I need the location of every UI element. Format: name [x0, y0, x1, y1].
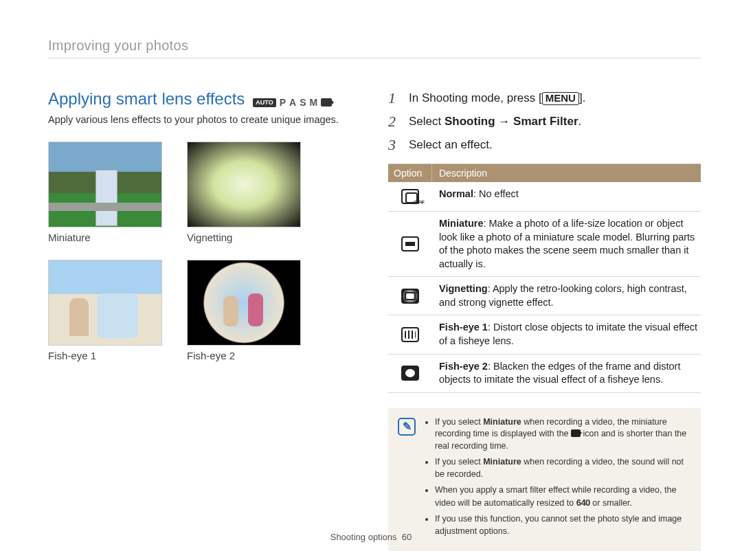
step-3: 3 Select an effect.	[388, 136, 701, 154]
note-item: When you apply a smart filter effect whi…	[435, 484, 691, 509]
options-table: Option Description Normal: No effect Min…	[388, 164, 701, 393]
miniature-icon	[401, 236, 419, 251]
thumb-fisheye1: Fish-eye 1	[48, 260, 162, 361]
intro-text: Apply various lens effects to your photo…	[48, 113, 350, 126]
thumb-fisheye2-label: Fish-eye 2	[187, 350, 301, 361]
option-row-fisheye1: Fish-eye 1: Distort close objects to imi…	[388, 315, 701, 354]
vignetting-icon	[401, 289, 419, 304]
note-item: If you select Miniature when recording a…	[435, 416, 691, 453]
mode-icons: AUTO P A S M	[253, 97, 332, 108]
thumb-vignetting: Vignetting	[187, 142, 301, 243]
thumb-vignetting-image	[187, 142, 301, 227]
columns: Applying smart lens effects AUTO P A S M…	[48, 89, 701, 551]
thumb-miniature: Miniature	[48, 142, 162, 243]
step-1-text: In Shooting mode, press [MENU].	[409, 89, 585, 107]
thumbnail-grid: Miniature Vignetting Fish-eye 1 Fish-eye…	[48, 142, 350, 361]
thumb-fisheye1-label: Fish-eye 1	[48, 350, 162, 361]
step-3-number: 3	[388, 136, 401, 154]
divider	[48, 58, 701, 58]
note-list: If you select Miniature when recording a…	[424, 416, 691, 542]
mode-auto-icon: AUTO	[253, 98, 276, 107]
step-2-text: Select Shooting → Smart Filter.	[409, 113, 581, 131]
resolution-640-icon: 640	[576, 497, 590, 508]
breadcrumb: Improving your photos	[48, 38, 701, 54]
option-row-vignetting: Vignetting: Apply the retro-looking colo…	[388, 277, 701, 315]
thumb-fisheye2: Fish-eye 2	[187, 260, 301, 361]
thumb-fisheye2-image	[187, 260, 301, 346]
footer-page-number: 60	[402, 532, 412, 542]
footer-section: Shooting options	[330, 532, 397, 542]
option-row-fisheye2: Fish-eye 2: Blacken the edges of the fra…	[388, 355, 701, 393]
left-column: Applying smart lens effects AUTO P A S M…	[48, 89, 350, 551]
page: Improving your photos Applying smart len…	[0, 0, 742, 560]
thumb-fisheye1-image	[48, 260, 162, 346]
right-column: 1 In Shooting mode, press [MENU]. 2 Sele…	[388, 89, 701, 551]
option-row-normal: Normal: No effect	[388, 182, 701, 212]
footer: Shooting options 60	[0, 532, 742, 542]
mode-video-icon	[321, 98, 332, 107]
info-icon: ✎	[398, 418, 416, 436]
step-2: 2 Select Shooting → Smart Filter.	[388, 113, 701, 131]
normal-off-icon	[401, 189, 419, 204]
mode-p-icon: P	[280, 97, 286, 108]
option-row-miniature: Miniature: Make a photo of a life-size l…	[388, 212, 701, 277]
header-option: Option	[388, 164, 432, 182]
header-description: Description	[432, 164, 701, 182]
title-line: Applying smart lens effects AUTO P A S M	[48, 89, 350, 109]
thumb-miniature-label: Miniature	[48, 232, 162, 243]
step-1: 1 In Shooting mode, press [MENU].	[388, 89, 701, 107]
thumb-vignetting-label: Vignetting	[187, 232, 301, 243]
fisheye1-icon	[401, 327, 419, 342]
step-1-number: 1	[388, 89, 401, 107]
options-table-header: Option Description	[388, 164, 701, 182]
mode-a-icon: A	[289, 97, 296, 108]
note-box: ✎ If you select Miniature when recording…	[388, 408, 701, 552]
menu-icon: MENU	[542, 92, 579, 105]
mode-s-icon: S	[300, 97, 306, 108]
thumb-miniature-image	[48, 142, 162, 227]
step-2-number: 2	[388, 113, 401, 131]
mode-m-icon: M	[310, 97, 318, 108]
step-3-text: Select an effect.	[409, 136, 493, 154]
note-item: If you select Miniature when recording a…	[435, 456, 691, 480]
video-small-icon	[571, 429, 581, 437]
page-title: Applying smart lens effects	[48, 89, 245, 109]
fisheye2-icon	[401, 366, 419, 381]
